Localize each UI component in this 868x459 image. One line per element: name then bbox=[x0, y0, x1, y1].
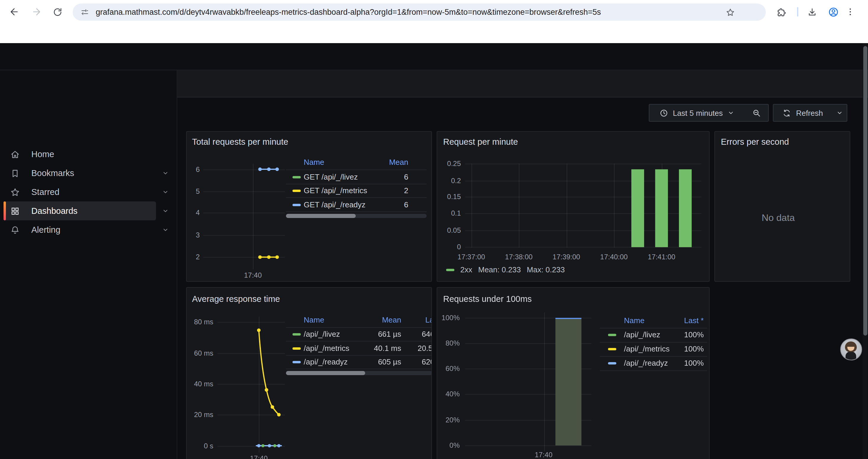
reload-icon bbox=[52, 7, 62, 17]
url-input[interactable] bbox=[95, 7, 723, 17]
legend-series-swatch[interactable] bbox=[608, 362, 616, 364]
assistant-avatar[interactable] bbox=[840, 338, 862, 360]
sidebar-item-bookmarks[interactable]: Bookmarks bbox=[4, 164, 156, 183]
sidebar-item-home[interactable]: Home bbox=[4, 145, 156, 164]
page-scrollbar-thumb[interactable] bbox=[863, 46, 867, 335]
clock-icon bbox=[659, 108, 668, 117]
x-axis-tick-label: 17:37:00 bbox=[454, 253, 489, 261]
gridline-horizontal bbox=[217, 353, 285, 354]
panel-title[interactable]: Errors per second bbox=[721, 137, 789, 146]
gridline-time bbox=[544, 313, 545, 451]
gridline-horizontal bbox=[465, 247, 701, 248]
gridline-horizontal bbox=[465, 164, 701, 164]
legend-series-swatch[interactable] bbox=[292, 347, 301, 350]
legend-series-name[interactable]: GET /api/_/metrics bbox=[304, 186, 367, 195]
gridline-horizontal bbox=[217, 322, 285, 323]
sidebar-item-starred[interactable]: Starred bbox=[4, 183, 156, 201]
legend-series-name[interactable]: 2xx bbox=[460, 265, 472, 274]
refresh-interval-button[interactable] bbox=[832, 104, 847, 122]
refresh-button[interactable]: Refresh bbox=[773, 104, 833, 122]
bookmark-star-icon[interactable] bbox=[725, 7, 735, 17]
legend-header-Last *[interactable]: Last * bbox=[684, 316, 704, 325]
legend-header-name[interactable]: Name bbox=[304, 316, 324, 324]
bell-icon bbox=[10, 225, 20, 235]
sync-icon bbox=[782, 108, 791, 117]
legend-bottom[interactable]: 2xxMean: 0.233Max: 0.233 bbox=[446, 265, 565, 274]
legend-divider bbox=[286, 341, 432, 341]
browser-menu-button[interactable] bbox=[844, 5, 856, 18]
chevron-down-icon bbox=[162, 169, 169, 177]
zoom-out-time-button[interactable] bbox=[745, 104, 769, 122]
legend-series-swatch[interactable] bbox=[608, 333, 616, 336]
profile-icon bbox=[828, 6, 839, 18]
legend-hscrollbar-thumb[interactable] bbox=[286, 371, 365, 375]
x-axis-tick-label: 17:40 bbox=[243, 454, 274, 459]
legend-divider bbox=[286, 197, 427, 198]
forward-button[interactable] bbox=[30, 5, 43, 18]
legend-series-name[interactable]: /api/_/readyz bbox=[624, 358, 668, 367]
downloads-button[interactable] bbox=[805, 5, 818, 18]
extensions-button[interactable] bbox=[775, 5, 788, 18]
legend-divider bbox=[286, 369, 432, 369]
sidebar-expand-starred[interactable] bbox=[160, 183, 171, 201]
viewport: Freeleaps收藏博客 Grafana Home Dashboards Fr… bbox=[0, 0, 868, 459]
legend-header-Mean[interactable]: Mean bbox=[382, 316, 401, 324]
legend-series-value: 2 bbox=[404, 186, 408, 195]
avatar-body bbox=[845, 352, 856, 360]
legend-series-swatch[interactable] bbox=[292, 176, 301, 178]
legend-series-swatch[interactable] bbox=[292, 203, 301, 206]
sidebar-expand-alerting[interactable] bbox=[160, 220, 171, 239]
legend-series-swatch[interactable] bbox=[292, 190, 301, 192]
gridline-horizontal bbox=[217, 415, 285, 415]
sidebar-item-alerting[interactable]: Alerting bbox=[4, 220, 156, 239]
gridline-horizontal bbox=[465, 197, 701, 198]
legend-header-name[interactable]: Name bbox=[304, 158, 324, 167]
legend-header-Mean[interactable]: Mean bbox=[389, 158, 408, 167]
y-axis-tick-label: 20 ms bbox=[187, 411, 213, 419]
sidebar-expand-bookmarks[interactable] bbox=[160, 164, 171, 183]
profile-button[interactable] bbox=[827, 5, 840, 18]
legend-header-Last *[interactable]: Last * bbox=[426, 316, 432, 324]
panel-title[interactable]: Requests under 100ms bbox=[443, 294, 532, 304]
legend-series-name[interactable]: /api/_/livez bbox=[304, 330, 340, 338]
legend-series-value: 646 µs bbox=[422, 330, 432, 338]
gridline-horizontal bbox=[465, 230, 701, 231]
legend-series-swatch[interactable] bbox=[608, 348, 616, 350]
panel-total-requests-per-minute[interactable]: Total requests per minute 6543217:40Name… bbox=[186, 131, 432, 282]
legend-hscrollbar-thumb[interactable] bbox=[286, 214, 356, 218]
url-bar[interactable] bbox=[73, 4, 766, 21]
y-axis-tick-label: 40 ms bbox=[187, 380, 213, 388]
legend-series-name[interactable]: /api/_/readyz bbox=[304, 357, 348, 366]
panel-title[interactable]: Total requests per minute bbox=[192, 137, 288, 146]
legend-divider bbox=[600, 356, 707, 357]
panel-title[interactable]: Request per minute bbox=[443, 137, 518, 146]
x-axis-tick-label: 17:40:00 bbox=[596, 253, 632, 261]
legend-header-name[interactable]: Name bbox=[624, 316, 644, 325]
tune-icon[interactable] bbox=[80, 8, 89, 17]
legend-series-swatch[interactable] bbox=[292, 361, 301, 363]
panel-errors-per-second[interactable]: Errors per second No data bbox=[714, 131, 850, 282]
y-axis-tick-label: 3 bbox=[187, 231, 200, 239]
panel-requests-under-100ms[interactable]: Requests under 100ms 100%80%60%40%20%0%1… bbox=[437, 287, 710, 459]
legend-series-name[interactable]: /api/_/metrics bbox=[304, 343, 349, 352]
sidebar-item-label: Home bbox=[31, 150, 54, 159]
legend-series-name[interactable]: GET /api/_/readyz bbox=[304, 200, 366, 209]
legend-series-name[interactable]: /api/_/metrics bbox=[624, 344, 670, 353]
gridline-time bbox=[661, 164, 662, 248]
legend-series-name[interactable]: GET /api/_/livez bbox=[304, 172, 358, 181]
sidebar-item-label: Alerting bbox=[31, 225, 60, 234]
reload-button[interactable] bbox=[51, 5, 64, 18]
back-button[interactable] bbox=[8, 5, 21, 18]
legend-divider bbox=[286, 327, 432, 328]
extensions-icon bbox=[776, 7, 786, 17]
panel-request-per-minute[interactable]: Request per minute 0.250.20.150.10.05017… bbox=[437, 131, 710, 282]
time-range-picker[interactable]: Last 5 minutes bbox=[649, 104, 745, 122]
sidebar-item-dashboards[interactable]: Dashboards bbox=[4, 201, 156, 220]
panel-average-response-time[interactable]: Average response time 80 ms60 ms40 ms20 … bbox=[186, 287, 432, 459]
sidebar-item-label: Starred bbox=[31, 187, 59, 197]
sidebar-expand-dashboards[interactable] bbox=[160, 201, 171, 220]
legend-series-name[interactable]: /api/_/livez bbox=[624, 330, 660, 339]
legend-series-swatch[interactable] bbox=[292, 333, 301, 335]
panel-title[interactable]: Average response time bbox=[192, 294, 280, 304]
y-axis-tick-label: 20% bbox=[437, 416, 460, 424]
